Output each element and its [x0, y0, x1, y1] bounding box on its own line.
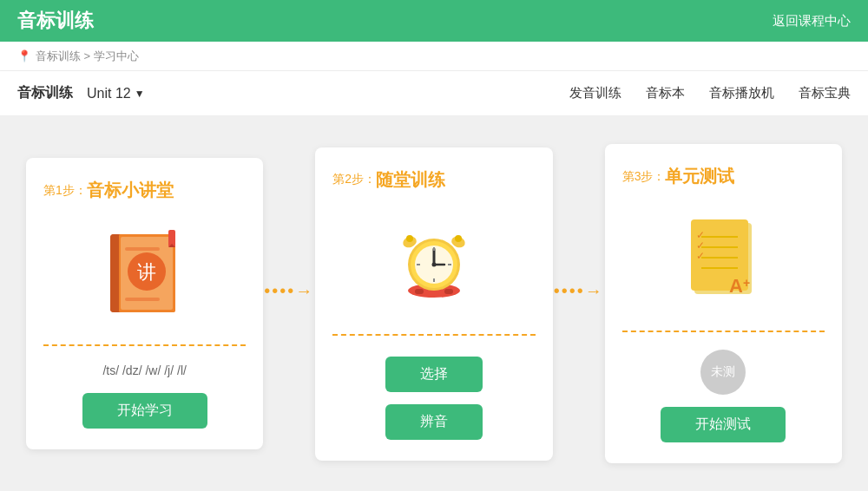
- step-2-title: 随堂训练: [376, 168, 445, 192]
- header: 音标训练 返回课程中心: [0, 0, 868, 42]
- step-3-label: 第3步：: [622, 169, 666, 185]
- arrow-1: ••••→: [263, 281, 315, 327]
- card-divider-1: [43, 344, 246, 346]
- clock-illustration: [382, 211, 486, 315]
- card-step-line-3: 第3步： 单元测试: [622, 165, 735, 188]
- main-content: 第1步： 音标小讲堂 讲: [0, 116, 868, 491]
- book-illustration: 讲: [93, 221, 197, 325]
- arrow-2: ••••→: [553, 281, 605, 327]
- location-icon: 📍: [17, 49, 31, 62]
- navbar-brand: 音标训练: [17, 84, 73, 102]
- step-2-label: 第2步：: [332, 172, 376, 187]
- chevron-down-icon: ▼: [135, 88, 145, 100]
- step-1-title: 音标小讲堂: [87, 179, 174, 202]
- svg-text:+: +: [743, 276, 750, 290]
- svg-point-19: [406, 235, 413, 242]
- card-training: 第2步： 随堂训练: [315, 147, 552, 461]
- step-1-label: 第1步：: [43, 183, 87, 199]
- nav-link-pronunciation[interactable]: 发音训练: [569, 85, 621, 101]
- back-button[interactable]: 返回课程中心: [773, 13, 851, 29]
- svg-rect-7: [125, 298, 160, 301]
- step-3-title: 单元测试: [665, 165, 734, 188]
- breadcrumb-text: 音标训练 > 学习中心: [36, 49, 139, 64]
- card-step-line-1: 第1步： 音标小讲堂: [43, 179, 174, 202]
- arrow-dots-2: ••••→: [554, 281, 604, 301]
- select-button[interactable]: 选择: [385, 357, 483, 392]
- cards-container: 第1步： 音标小讲堂 讲: [26, 144, 842, 463]
- svg-rect-22: [444, 289, 453, 294]
- svg-text:A: A: [729, 275, 743, 297]
- svg-text:✓: ✓: [696, 250, 705, 262]
- nav-link-phonetic[interactable]: 音标本: [646, 85, 685, 101]
- svg-point-20: [455, 235, 462, 242]
- card-test: 第3步： 单元测试 ✓ ✓ ✓: [605, 144, 842, 463]
- card-lecture: 第1步： 音标小讲堂 讲: [26, 158, 263, 449]
- navbar: 音标训练 Unit 12 ▼ 发音训练 音标本 音标播放机 音标宝典: [0, 71, 868, 116]
- svg-rect-21: [415, 289, 424, 294]
- arrow-dots-1: ••••→: [264, 281, 314, 301]
- phonics-text: /ts/ /dz/ /w/ /j/ /l/: [102, 363, 186, 377]
- navbar-left: 音标训练 Unit 12 ▼: [17, 84, 145, 102]
- training-buttons: 选择 辨音: [385, 353, 483, 440]
- status-badge: 未测: [700, 350, 746, 395]
- card-step-line-2: 第2步： 随堂训练: [332, 168, 445, 192]
- svg-rect-6: [125, 247, 160, 251]
- start-learning-button[interactable]: 开始学习: [82, 393, 207, 429]
- svg-text:讲: 讲: [137, 261, 156, 283]
- navbar-right: 发音训练 音标本 音标播放机 音标宝典: [569, 85, 851, 101]
- card-divider-3: [622, 331, 825, 332]
- page-title: 音标训练: [17, 8, 94, 34]
- nav-link-dictionary[interactable]: 音标宝典: [799, 85, 851, 101]
- start-test-button[interactable]: 开始测试: [661, 407, 786, 442]
- nav-link-player[interactable]: 音标播放机: [709, 85, 774, 101]
- distinguish-button[interactable]: 辨音: [385, 404, 483, 440]
- unit-selector[interactable]: Unit 12 ▼: [87, 86, 145, 101]
- breadcrumb: 📍 音标训练 > 学习中心: [0, 42, 868, 71]
- paper-illustration: ✓ ✓ ✓ A +: [671, 207, 775, 311]
- svg-point-16: [431, 262, 436, 266]
- card-divider-2: [332, 334, 535, 336]
- unit-label: Unit 12: [87, 86, 131, 101]
